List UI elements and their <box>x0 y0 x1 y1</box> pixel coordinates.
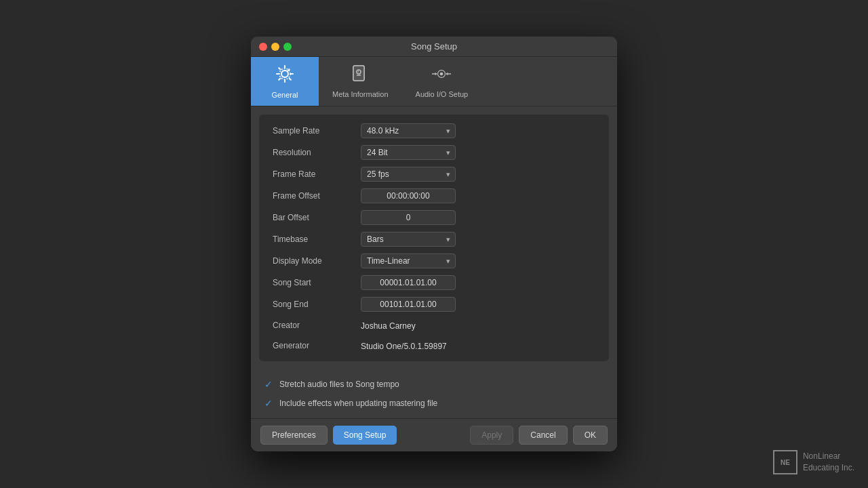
bar-offset-label: Bar Offset <box>273 213 361 222</box>
creator-label: Creator <box>273 321 361 330</box>
svg-point-9 <box>440 73 443 76</box>
svg-marker-12 <box>446 73 448 76</box>
close-button[interactable] <box>259 43 267 51</box>
meta-icon: i <box>351 64 370 87</box>
apply-button[interactable]: Apply <box>470 426 513 445</box>
bottom-left-buttons: Preferences Song Setup <box>260 426 397 445</box>
effects-checkbox-label: Include effects when updating mastering … <box>279 399 437 408</box>
frame-rate-row: Frame Rate 23.976 fps 24 fps 25 fps 29.9… <box>259 163 609 185</box>
generator-text: Studio One/5.0.1.59897 <box>361 342 447 351</box>
creator-text: Joshua Carney <box>361 321 416 331</box>
song-setup-button[interactable]: Song Setup <box>333 426 397 445</box>
tab-general[interactable]: General <box>251 57 319 106</box>
cancel-button[interactable]: Cancel <box>519 426 567 445</box>
bar-offset-value <box>361 210 595 225</box>
generator-value: Studio One/5.0.1.59897 <box>361 340 595 352</box>
frame-rate-label: Frame Rate <box>273 169 361 179</box>
maximize-button[interactable] <box>283 43 292 51</box>
watermark-logo-text: NE <box>781 459 790 466</box>
watermark-line2: Educating Inc. <box>803 462 854 474</box>
frame-offset-input[interactable] <box>361 188 456 203</box>
song-start-label: Song Start <box>273 278 361 287</box>
timebase-value: Bars Seconds <box>361 232 595 247</box>
watermark-line1: NonLinear <box>803 451 854 462</box>
frame-rate-value: 23.976 fps 24 fps 25 fps 29.97 fps 30 fp… <box>361 167 595 182</box>
timebase-row: Timebase Bars Seconds <box>259 228 609 250</box>
display-mode-value: Time-Linear Bars <box>361 253 595 268</box>
song-end-row: Song End <box>259 293 609 315</box>
song-start-input[interactable] <box>361 275 456 290</box>
song-end-label: Song End <box>273 300 361 309</box>
settings-panel: Sample Rate 44.1 kHz 48.0 kHz 88.2 kHz 9… <box>259 115 609 361</box>
minimize-button[interactable] <box>271 43 279 51</box>
tab-audio[interactable]: Audio I/O Setup <box>402 57 482 106</box>
sample-rate-value: 44.1 kHz 48.0 kHz 88.2 kHz 96.0 kHz <box>361 123 595 138</box>
resolution-dropdown[interactable]: 16 Bit 24 Bit 32 Bit Float <box>361 145 456 160</box>
creator-value: Joshua Carney <box>361 319 595 331</box>
stretch-checkbox-label: Stretch audio files to Song tempo <box>279 380 399 389</box>
tab-meta-label: Meta Information <box>332 90 389 98</box>
tab-audio-label: Audio I/O Setup <box>416 90 469 98</box>
svg-rect-3 <box>353 66 364 81</box>
generator-row: Generator Studio One/5.0.1.59897 <box>259 336 609 356</box>
generator-label: Generator <box>273 341 361 350</box>
window-title: Song Setup <box>411 41 457 52</box>
song-setup-window: Song Setup General i <box>251 37 617 451</box>
frame-offset-value <box>361 188 595 203</box>
timebase-label: Timebase <box>273 235 361 244</box>
display-mode-dropdown[interactable]: Time-Linear Bars <box>361 253 456 268</box>
checkboxes-area: ✓ Stretch audio files to Song tempo ✓ In… <box>251 369 617 418</box>
watermark-logo: NE <box>773 450 797 474</box>
resolution-row: Resolution 16 Bit 24 Bit 32 Bit Float <box>259 142 609 163</box>
tab-bar: General i Meta Information <box>251 57 617 106</box>
resolution-label: Resolution <box>273 148 361 157</box>
svg-marker-11 <box>435 73 437 76</box>
bottom-right-buttons: Apply Cancel OK <box>470 426 608 445</box>
display-mode-label: Display Mode <box>273 256 361 266</box>
tab-general-label: General <box>271 91 298 99</box>
stretch-checkmark-icon: ✓ <box>264 379 273 390</box>
creator-row: Creator Joshua Carney <box>259 315 609 336</box>
bar-offset-row: Bar Offset <box>259 207 609 228</box>
song-end-input[interactable] <box>361 297 456 312</box>
frame-offset-label: Frame Offset <box>273 191 361 201</box>
title-bar: Song Setup <box>251 37 617 57</box>
song-end-value <box>361 297 595 312</box>
ok-button[interactable]: OK <box>573 426 608 445</box>
sample-rate-row: Sample Rate 44.1 kHz 48.0 kHz 88.2 kHz 9… <box>259 120 609 142</box>
timebase-dropdown[interactable]: Bars Seconds <box>361 232 456 247</box>
frame-rate-dropdown[interactable]: 23.976 fps 24 fps 25 fps 29.97 fps 30 fp… <box>361 167 456 182</box>
sample-rate-label: Sample Rate <box>273 126 361 136</box>
sample-rate-dropdown[interactable]: 44.1 kHz 48.0 kHz 88.2 kHz 96.0 kHz <box>361 123 456 138</box>
display-mode-row: Display Mode Time-Linear Bars <box>259 250 609 272</box>
gear-icon <box>275 64 295 88</box>
effects-checkmark-icon: ✓ <box>264 398 273 409</box>
watermark: NE NonLinear Educating Inc. <box>773 450 854 474</box>
watermark-text: NonLinear Educating Inc. <box>803 451 854 474</box>
content-area: Sample Rate 44.1 kHz 48.0 kHz 88.2 kHz 9… <box>251 115 617 451</box>
frame-offset-row: Frame Offset <box>259 185 609 207</box>
resolution-value: 16 Bit 24 Bit 32 Bit Float <box>361 145 595 160</box>
traffic-lights <box>259 43 292 51</box>
song-start-value <box>361 275 595 290</box>
svg-point-0 <box>281 70 288 77</box>
song-start-row: Song Start <box>259 272 609 293</box>
stretch-checkbox-row[interactable]: ✓ Stretch audio files to Song tempo <box>264 375 604 394</box>
tab-meta[interactable]: i Meta Information <box>319 57 402 106</box>
effects-checkbox-row[interactable]: ✓ Include effects when updating masterin… <box>264 394 604 413</box>
bottom-bar: Preferences Song Setup Apply Cancel OK <box>251 418 617 451</box>
audio-icon <box>432 64 451 87</box>
preferences-button[interactable]: Preferences <box>260 426 328 445</box>
bar-offset-input[interactable] <box>361 210 456 225</box>
